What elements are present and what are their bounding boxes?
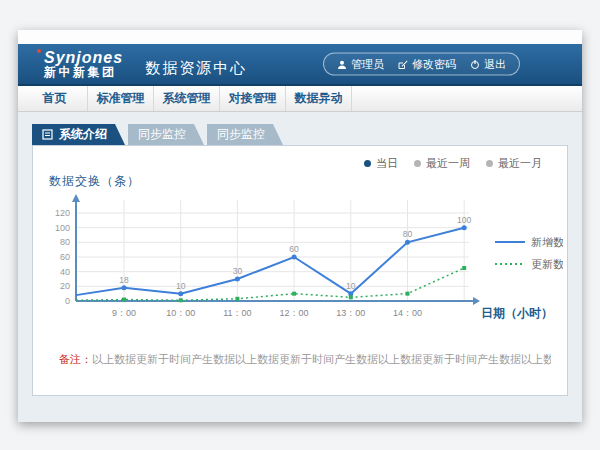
svg-text:10：00: 10：00 (166, 308, 195, 318)
window-top-strip (18, 30, 582, 44)
radio-dot-icon (486, 160, 493, 167)
user-icon (337, 59, 347, 69)
tab-sync-monitor-2[interactable]: 同步监控 (207, 124, 283, 145)
logo-dot-icon (37, 49, 41, 53)
user-menu-admin[interactable]: 管理员 (337, 57, 384, 72)
nav-item-data-change[interactable]: 数据异动 (286, 86, 352, 111)
svg-text:80: 80 (60, 237, 70, 247)
svg-text:日期（小时）: 日期（小时） (481, 306, 553, 320)
y-axis-title: 数据交换（条） (49, 173, 140, 190)
change-password-button[interactable]: 修改密码 (398, 57, 456, 72)
svg-text:11：00: 11：00 (223, 308, 251, 318)
svg-text:新增数据: 新增数据 (531, 236, 563, 248)
svg-text:18: 18 (119, 275, 129, 285)
filter-last-month[interactable]: 最近一月 (486, 156, 542, 171)
logout-button[interactable]: 退出 (470, 57, 506, 72)
nav-item-home[interactable]: 首页 (22, 86, 88, 111)
svg-text:40: 40 (60, 267, 70, 277)
nav-item-interface-mgmt[interactable]: 对接管理 (220, 86, 286, 111)
svg-text:13：00: 13：00 (336, 308, 365, 318)
nav-item-system-mgmt[interactable]: 系统管理 (154, 86, 220, 111)
svg-text:100: 100 (457, 215, 471, 225)
power-icon (470, 59, 480, 69)
filter-last-week[interactable]: 最近一周 (414, 156, 470, 171)
chart-canvas: 0204060801001209：0010：0011：0012：0013：001… (43, 190, 563, 358)
nav-item-standard-mgmt[interactable]: 标准管理 (88, 86, 154, 111)
tab-bar: 系统介绍 同步监控 同步监控 (32, 124, 286, 145)
main-nav: 首页 标准管理 系统管理 对接管理 数据异动 (18, 86, 582, 112)
svg-text:120: 120 (55, 208, 70, 218)
content-area: 系统介绍 同步监控 同步监控 当日 最近一周 (18, 112, 582, 422)
svg-text:80: 80 (403, 229, 413, 239)
user-menu: 管理员 修改密码 退出 (323, 53, 520, 76)
svg-text:9：00: 9：00 (112, 308, 136, 318)
time-range-filters: 当日 最近一周 最近一月 (364, 156, 542, 171)
page-title: 数据资源中心 (145, 51, 247, 78)
svg-text:12：00: 12：00 (280, 308, 309, 318)
svg-text:100: 100 (55, 223, 70, 233)
svg-text:10: 10 (176, 281, 186, 291)
logo-text-en: Synjones (44, 49, 123, 67)
svg-text:14：00: 14：00 (393, 308, 422, 318)
tab-sync-monitor-1[interactable]: 同步监控 (128, 124, 204, 145)
logo-text-cn: 新中新集团 (44, 66, 123, 79)
line-chart: 0204060801001209：0010：0011：0012：0013：001… (43, 190, 563, 362)
form-icon (42, 129, 53, 140)
footnote-text: 以上数据更新于时间产生数据以上数据更新于时间产生数据以上数据更新于时间产生数据以… (92, 353, 551, 365)
svg-text:0: 0 (65, 296, 70, 306)
company-logo: Synjones 新中新集团 (44, 49, 123, 80)
svg-text:60: 60 (60, 252, 70, 262)
chart-panel: 当日 最近一周 最近一月 数据交换（条） 0204060801001209：00… (32, 145, 568, 396)
filter-today[interactable]: 当日 (364, 156, 398, 171)
edit-icon (398, 59, 408, 69)
tab-system-intro[interactable]: 系统介绍 (32, 124, 125, 145)
svg-text:20: 20 (60, 281, 70, 291)
svg-text:更新数据: 更新数据 (531, 258, 563, 270)
app-header: Synjones 新中新集团 数据资源中心 管理员 修改密码 退出 (18, 44, 582, 86)
radio-dot-icon (364, 160, 371, 167)
footnote: 备注：以上数据更新于时间产生数据以上数据更新于时间产生数据以上数据更新于时间产生… (59, 352, 551, 367)
svg-text:30: 30 (233, 266, 243, 276)
svg-text:60: 60 (289, 244, 299, 254)
app-window: Synjones 新中新集团 数据资源中心 管理员 修改密码 退出 首页 标准管… (18, 30, 582, 422)
footnote-label: 备注： (59, 353, 92, 365)
svg-text:10: 10 (346, 281, 356, 291)
radio-dot-icon (414, 160, 421, 167)
